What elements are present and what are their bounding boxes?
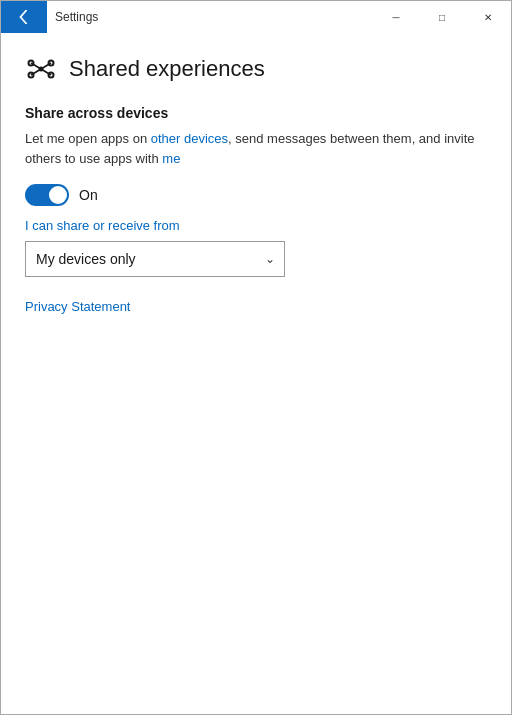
other-devices-link[interactable]: other devices [151, 131, 228, 146]
back-icon [17, 10, 31, 24]
privacy-statement-link[interactable]: Privacy Statement [25, 299, 131, 314]
minimize-button[interactable]: ─ [373, 1, 419, 33]
settings-window: Settings ─ □ ✕ [0, 0, 512, 715]
page-title: Shared experiences [69, 56, 265, 82]
toggle-row: On [25, 184, 487, 206]
titlebar: Settings ─ □ ✕ [1, 1, 511, 33]
section-title: Share across devices [25, 105, 487, 121]
maximize-button[interactable]: □ [419, 1, 465, 33]
shared-experiences-icon [25, 53, 57, 85]
me-link[interactable]: me [162, 151, 180, 166]
window-title: Settings [47, 10, 373, 24]
window-controls: ─ □ ✕ [373, 1, 511, 33]
toggle-thumb [49, 186, 67, 204]
devices-dropdown[interactable]: My devices only Everyone nearby [25, 241, 285, 277]
desc-text-1: Let me open apps on [25, 131, 151, 146]
toggle-label: On [79, 187, 98, 203]
section-description: Let me open apps on other devices, send … [25, 129, 487, 168]
main-content: Shared experiences Share across devices … [1, 33, 511, 714]
page-header: Shared experiences [25, 53, 487, 85]
close-button[interactable]: ✕ [465, 1, 511, 33]
share-toggle[interactable] [25, 184, 69, 206]
back-button[interactable] [1, 1, 47, 33]
dropdown-wrapper: My devices only Everyone nearby ⌄ [25, 241, 285, 277]
share-from-label: I can share or receive from [25, 218, 487, 233]
